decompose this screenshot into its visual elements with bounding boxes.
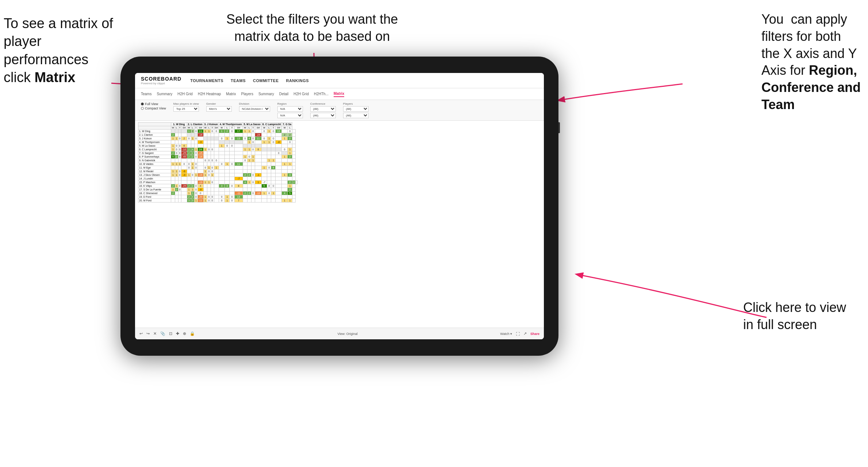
matrix-cell bbox=[255, 151, 262, 155]
max-players-select[interactable]: Top 25 bbox=[173, 106, 199, 112]
matrix-cell bbox=[175, 192, 178, 195]
matrix-cell bbox=[230, 177, 234, 181]
matrix-cell bbox=[224, 166, 229, 170]
player-name-cell: 20. M Ford bbox=[138, 199, 171, 202]
matrix-cell bbox=[267, 188, 271, 192]
matrix-cell bbox=[282, 159, 288, 162]
matrix-cell: -8 bbox=[197, 188, 203, 192]
matrix-cell bbox=[194, 133, 197, 137]
matrix-cell bbox=[207, 137, 211, 140]
matrix-cell bbox=[234, 133, 243, 137]
matrix-cell: 4 bbox=[271, 166, 276, 170]
matrix-cell bbox=[230, 148, 234, 151]
matrix-cell bbox=[282, 181, 288, 184]
player-name-cell: 3. J Koivun bbox=[138, 137, 171, 140]
matrix-cell bbox=[261, 162, 267, 166]
subnav-detail[interactable]: Detail bbox=[279, 91, 289, 97]
watch-button[interactable]: Watch ▾ bbox=[500, 332, 512, 336]
matrix-cell: 1 bbox=[282, 199, 288, 202]
nav-teams[interactable]: TEAMS bbox=[231, 78, 246, 83]
matrix-cell: 4 bbox=[197, 184, 203, 188]
matrix-cell bbox=[292, 133, 296, 137]
matrix-cell bbox=[261, 151, 267, 155]
matrix-cell: 2 bbox=[175, 188, 178, 192]
players-select2[interactable]: (All) bbox=[343, 113, 369, 118]
target-icon[interactable]: ⊕ bbox=[183, 331, 186, 336]
subnav-h2hth[interactable]: H2HTh... bbox=[314, 91, 329, 97]
subnav-summary2[interactable]: Summary bbox=[258, 91, 274, 97]
add-icon[interactable]: ✚ bbox=[176, 331, 179, 336]
matrix-cell: -7 bbox=[261, 181, 267, 184]
region-select[interactable]: N/A bbox=[277, 106, 303, 112]
matrix-cell: 1 bbox=[187, 192, 191, 195]
matrix-cell: 1 bbox=[214, 166, 219, 170]
share-icon[interactable]: ↗ bbox=[523, 331, 527, 336]
subnav-summary[interactable]: Summary bbox=[157, 91, 172, 97]
conference-select2[interactable]: (All) bbox=[310, 113, 336, 118]
matrix-cell bbox=[203, 140, 207, 144]
nav-rankings[interactable]: RANKINGS bbox=[286, 78, 309, 83]
matrix-cell bbox=[243, 184, 247, 188]
matrix-cell bbox=[230, 166, 234, 170]
subnav-matrix-active[interactable]: Matrix bbox=[334, 91, 344, 97]
matrix-cell bbox=[187, 140, 191, 144]
conference-select[interactable]: (All) bbox=[310, 106, 336, 112]
matrix-cell bbox=[276, 188, 282, 192]
matrix-cell: 2 bbox=[282, 133, 288, 137]
nav-committee[interactable]: COMMITTEE bbox=[253, 78, 279, 83]
gender-select[interactable]: Men's bbox=[206, 106, 232, 112]
matrix-cell bbox=[219, 151, 224, 155]
player-name-cell: 17. S De La Fuente bbox=[138, 188, 171, 192]
matrix-cell: -11 bbox=[197, 199, 203, 202]
matrix-cell: 1 bbox=[171, 148, 175, 151]
subnav-matrix[interactable]: Matrix bbox=[226, 91, 236, 97]
lock-icon[interactable]: 🔒 bbox=[190, 331, 195, 336]
grid-icon[interactable]: ⊡ bbox=[169, 331, 172, 336]
players-select[interactable]: (All) bbox=[343, 106, 369, 112]
matrix-cell: -11 bbox=[234, 192, 243, 195]
matrix-cell: 17 bbox=[234, 130, 243, 133]
matrix-cell bbox=[251, 162, 255, 166]
compact-view-radio[interactable]: Compact View bbox=[141, 107, 166, 110]
matrix-cell bbox=[219, 177, 224, 181]
matrix-cell: 0 bbox=[194, 192, 197, 195]
matrix-cell bbox=[207, 140, 211, 144]
player-name-cell: 7. G Sargent bbox=[138, 151, 171, 155]
nav-tournaments[interactable]: TOURNAMENTS bbox=[190, 78, 223, 83]
matrix-cell bbox=[207, 188, 211, 192]
tablet-side-button bbox=[558, 122, 560, 133]
region-select2[interactable]: N/A bbox=[277, 113, 303, 118]
undo-icon[interactable]: ↩ bbox=[139, 331, 143, 336]
matrix-cell bbox=[288, 177, 292, 181]
subnav-h2h-heatmap[interactable]: H2H Heatmap bbox=[198, 91, 221, 97]
matrix-cell: 3 bbox=[191, 199, 194, 202]
matrix-cell: 13 bbox=[234, 137, 243, 140]
full-view-radio[interactable]: Full View bbox=[141, 102, 166, 106]
subnav-h2h-grid2[interactable]: H2H Grid bbox=[293, 91, 309, 97]
matrix-cell bbox=[247, 170, 251, 173]
matrix-cell: 0 bbox=[207, 195, 211, 199]
matrix-cell bbox=[267, 151, 271, 155]
subnav-h2h-grid[interactable]: H2H Grid bbox=[177, 91, 193, 97]
matrix-cell bbox=[261, 133, 267, 137]
table-row: 9. N Gabrelcik000001111 bbox=[138, 159, 297, 162]
matrix-cell bbox=[175, 199, 178, 202]
matrix-cell bbox=[211, 140, 214, 144]
close-icon[interactable]: ✕ bbox=[153, 331, 157, 336]
player-name-cell: 13. J Skov Olesen bbox=[138, 173, 171, 177]
matrix-cell: 0 bbox=[178, 184, 181, 188]
matrix-cell bbox=[292, 140, 296, 144]
redo-icon[interactable]: ↪ bbox=[146, 331, 150, 336]
share-label[interactable]: Share bbox=[530, 332, 539, 336]
matrix-cell bbox=[211, 184, 214, 188]
clip-icon[interactable]: 📎 bbox=[160, 331, 165, 336]
matrix-cell bbox=[175, 133, 178, 137]
matrix-cell bbox=[271, 177, 276, 181]
subnav-players[interactable]: Players bbox=[241, 91, 253, 97]
matrix-cell bbox=[181, 195, 187, 199]
matrix-cell: 2 bbox=[191, 184, 194, 188]
fullscreen-icon[interactable]: ⛶ bbox=[516, 332, 520, 336]
division-select[interactable]: NCAA Division I bbox=[239, 106, 270, 112]
subnav-teams[interactable]: Teams bbox=[141, 91, 151, 97]
matrix-cell: 1 bbox=[247, 130, 251, 133]
